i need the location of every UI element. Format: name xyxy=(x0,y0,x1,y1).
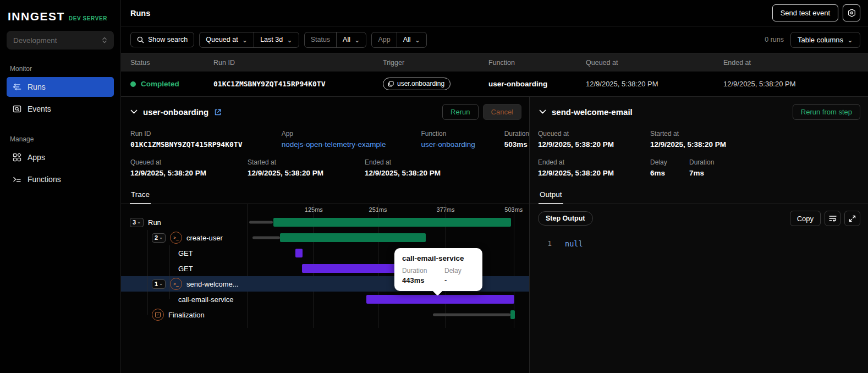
workspace-label: Development xyxy=(13,36,57,45)
child-count-badge[interactable]: 3⌄ xyxy=(130,218,144,227)
search-icon xyxy=(137,36,144,43)
manage-section-label: Manage xyxy=(10,135,111,143)
trace-row-timeline xyxy=(248,292,529,307)
settings-button[interactable] xyxy=(843,4,860,21)
send-test-event-button[interactable]: Send test event xyxy=(772,4,838,21)
span-tooltip: call-email-serviceDurationDelay443ms- xyxy=(394,248,482,291)
external-link-icon[interactable] xyxy=(214,108,222,116)
step-ended-label: Ended at xyxy=(538,158,650,166)
queue-delay-bar[interactable] xyxy=(252,237,280,239)
trace-row-label: send-welcome... xyxy=(186,280,239,288)
axis-tick-label: 377ms xyxy=(436,206,454,213)
step-started-value: 12/9/2025, 5:38:20 PM xyxy=(650,140,726,149)
app-filter-dropdown[interactable]: All ⌄ xyxy=(397,32,426,47)
trace-row-timeline xyxy=(248,230,529,245)
run-id: 01KC1ZMSBNY9ZQT415RP94K0TV xyxy=(213,80,326,88)
trace-row-call-email-service[interactable]: call-email-service xyxy=(121,292,529,307)
table-header: Status Run ID Trigger Function Queued at… xyxy=(121,53,868,72)
child-count-badge[interactable]: 2⌄ xyxy=(152,233,166,243)
sidebar-item-events[interactable]: Events xyxy=(7,99,114,119)
dev-server-tag: DEV SERVER xyxy=(69,15,107,21)
monitor-section-label: Monitor xyxy=(10,65,111,73)
column-header-status: Status xyxy=(121,59,213,67)
step-duration-label: Duration xyxy=(689,158,714,166)
child-count-badge[interactable]: 1⌄ xyxy=(152,279,166,289)
trace-row-timeline xyxy=(248,245,529,261)
expand-button[interactable] xyxy=(844,211,860,226)
workspace-select[interactable]: Development xyxy=(7,31,114,50)
time-range-dropdown[interactable]: Last 3d ⌄ xyxy=(254,32,299,47)
function-link[interactable]: user-onboarding xyxy=(421,140,504,149)
runs-icon xyxy=(12,82,22,92)
tab-output[interactable]: Output xyxy=(539,187,563,204)
show-search-button[interactable]: Show search xyxy=(130,32,194,47)
span-bar[interactable] xyxy=(295,249,303,257)
finalization-check-icon: ✓ xyxy=(152,309,164,321)
ended-at-label: Ended at xyxy=(365,158,441,166)
ended-at-value: 12/9/2025, 5:38:20 PM xyxy=(723,80,868,88)
expand-icon xyxy=(849,215,856,222)
rerun-from-step-button[interactable]: Rerun from step xyxy=(793,104,860,120)
top-bar: Runs Send test event xyxy=(121,0,868,26)
sidebar-item-label: Events xyxy=(28,105,51,113)
details-area: user-onboarding Rerun Cancel Run ID 01KC… xyxy=(121,96,868,373)
span-bar[interactable] xyxy=(366,295,514,304)
page-title: Runs xyxy=(130,9,150,18)
queue-delay-bar[interactable] xyxy=(249,221,273,224)
trace-row-name: GET xyxy=(121,249,248,257)
chevron-down-icon: ⌄ xyxy=(242,36,248,44)
step-started-label: Started at xyxy=(650,130,726,138)
collapse-chevron-icon[interactable] xyxy=(539,109,546,114)
app-link[interactable]: nodejs-open-telemetry-example xyxy=(282,140,421,149)
queued-at-dropdown[interactable]: Queued at ⌄ xyxy=(200,32,254,47)
queued-at-value: 12/9/2025, 5:38:20 PM xyxy=(586,80,723,88)
word-wrap-button[interactable] xyxy=(825,211,840,226)
axis-tick-label: 125ms xyxy=(305,206,323,213)
table-columns-dropdown[interactable]: Table columns ⌄ xyxy=(790,32,860,48)
show-search-label: Show search xyxy=(148,36,188,43)
sidebar-item-functions[interactable]: Functions xyxy=(7,169,114,189)
span-bar[interactable] xyxy=(280,233,426,242)
tab-trace[interactable]: Trace xyxy=(130,187,151,204)
step-detail-title: send-welcome-email xyxy=(552,107,633,117)
trace-row-finalization[interactable]: ✓Finalization xyxy=(121,307,529,322)
started-at-value: 12/9/2025, 5:38:20 PM xyxy=(248,169,365,177)
trace-row-run[interactable]: 3⌄Run xyxy=(121,215,529,230)
run-id-label: Run ID xyxy=(130,130,282,138)
step-duration-value: 7ms xyxy=(689,169,714,177)
cancel-button[interactable]: Cancel xyxy=(483,104,521,120)
step-queued-value: 12/9/2025, 5:38:20 PM xyxy=(538,140,650,149)
span-bar[interactable] xyxy=(510,310,515,319)
column-header-queued-at: Queued at xyxy=(586,59,723,67)
step-queued-label: Queued at xyxy=(538,130,650,138)
trace-row-label: GET xyxy=(178,265,193,273)
span-bar[interactable] xyxy=(302,264,405,273)
status-filter-dropdown[interactable]: All ⌄ xyxy=(336,32,366,47)
gear-icon xyxy=(847,8,856,18)
trace-row-timeline xyxy=(248,276,529,292)
tooltip-delay-label: Delay xyxy=(444,267,475,275)
ended-at-value: 12/9/2025, 5:38:20 PM xyxy=(365,169,441,177)
trace-row-timeline xyxy=(248,215,529,230)
trace-row-label: create-user xyxy=(186,234,223,242)
app-label: App xyxy=(282,130,421,138)
trace-row-create-user[interactable]: 2⌄>_create-user xyxy=(121,230,529,245)
trace-row-name: call-email-service xyxy=(121,295,248,304)
code-value: null xyxy=(565,239,583,248)
queued-at-value: 12/9/2025, 5:38:20 PM xyxy=(130,169,248,177)
rerun-button[interactable]: Rerun xyxy=(442,104,478,120)
output-tab-bar: Output xyxy=(530,187,868,204)
span-bar[interactable] xyxy=(273,218,511,227)
table-row[interactable]: Completed 01KC1ZMSBNY9ZQT415RP94K0TV use… xyxy=(121,72,868,96)
sidebar-item-apps[interactable]: Apps xyxy=(7,147,114,167)
run-status: Completed xyxy=(141,80,179,88)
chevron-down-icon: ⌄ xyxy=(354,36,360,44)
trigger-badge[interactable]: user.onboarding xyxy=(383,78,451,90)
queue-delay-bar[interactable] xyxy=(433,314,510,316)
sidebar-item-runs[interactable]: Runs xyxy=(7,77,114,97)
copy-button[interactable]: Copy xyxy=(790,211,821,226)
trace-row-label: call-email-service xyxy=(178,295,233,304)
collapse-chevron-icon[interactable] xyxy=(130,109,138,114)
brand: INNGEST DEV SERVER xyxy=(7,8,114,31)
trace-row-timeline xyxy=(248,307,529,322)
